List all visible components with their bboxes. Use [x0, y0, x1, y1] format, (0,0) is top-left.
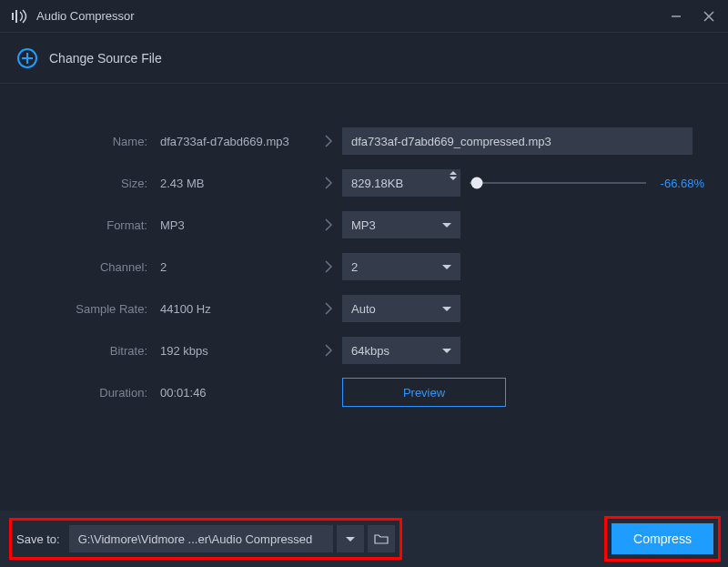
size-slider-thumb[interactable]: [470, 177, 482, 189]
output-name-input[interactable]: [342, 127, 693, 155]
svg-rect-1: [15, 10, 17, 23]
label-size: Size:: [24, 177, 160, 190]
chevron-down-icon: [442, 349, 451, 353]
row-channel: Channel: 2 2: [24, 246, 704, 288]
row-name: Name: dfa733af-d7abd669.mp3: [24, 120, 704, 162]
compression-form: Name: dfa733af-d7abd669.mp3 Size: 2.43 M…: [0, 84, 728, 431]
arrow-icon: [315, 344, 342, 357]
folder-icon: [374, 532, 389, 545]
format-selected: MP3: [351, 218, 376, 232]
row-bitrate: Bitrate: 192 kbps 64kbps: [24, 329, 704, 371]
svg-rect-0: [12, 13, 14, 20]
original-channel: 2: [160, 260, 315, 274]
label-sample-rate: Sample Rate:: [24, 302, 160, 316]
arrow-icon: [315, 302, 342, 315]
row-format: Format: MP3 MP3: [24, 204, 704, 246]
channel-selected: 2: [351, 260, 358, 274]
row-duration: Duration: 00:01:46 Preview: [24, 371, 704, 413]
arrow-icon: [315, 260, 342, 273]
close-button[interactable]: [701, 8, 717, 25]
label-name: Name:: [24, 135, 160, 148]
preview-label: Preview: [403, 386, 445, 400]
sample-rate-selected: Auto: [351, 302, 376, 316]
label-channel: Channel:: [24, 260, 160, 274]
row-sample-rate: Sample Rate: 44100 Hz Auto: [24, 288, 704, 329]
size-decrease-icon[interactable]: [450, 177, 457, 180]
chevron-down-icon: [442, 265, 451, 269]
chevron-down-icon: [346, 537, 355, 542]
original-name: dfa733af-d7abd669.mp3: [160, 135, 315, 148]
browse-folder-button[interactable]: [368, 525, 395, 552]
arrow-icon: [315, 135, 342, 147]
target-size-input[interactable]: [342, 169, 460, 197]
window-controls: [668, 8, 717, 25]
compress-button[interactable]: Compress: [612, 523, 713, 554]
channel-select[interactable]: 2: [342, 253, 460, 280]
footer: Save to: G:\Vidmore\Vidmore ...er\Audio …: [0, 511, 728, 567]
size-increase-icon[interactable]: [450, 171, 457, 175]
label-bitrate: Bitrate:: [24, 344, 160, 358]
app-icon: [11, 9, 29, 24]
label-duration: Duration:: [24, 386, 160, 400]
window-title: Audio Compressor: [36, 9, 668, 23]
chevron-down-icon: [442, 307, 451, 311]
arrow-icon: [315, 218, 342, 231]
size-reduction-percent: -66.68%: [653, 177, 704, 190]
row-size: Size: 2.43 MB -66.68%: [24, 162, 704, 204]
sample-rate-select[interactable]: Auto: [342, 295, 460, 322]
label-format: Format:: [24, 218, 160, 232]
original-duration: 00:01:46: [160, 386, 315, 400]
source-file-bar: Change Source File: [0, 33, 728, 84]
original-sample-rate: 44100 Hz: [160, 302, 315, 316]
titlebar: Audio Compressor: [0, 0, 728, 33]
save-path-display[interactable]: G:\Vidmore\Vidmore ...er\Audio Compresse…: [69, 525, 333, 552]
original-format: MP3: [160, 218, 315, 232]
original-bitrate: 192 kbps: [160, 344, 315, 358]
size-slider[interactable]: [470, 182, 646, 184]
bitrate-selected: 64kbps: [351, 344, 389, 358]
add-source-icon[interactable]: [16, 47, 38, 69]
format-select[interactable]: MP3: [342, 211, 460, 238]
target-size-spinner[interactable]: [342, 169, 460, 197]
preview-button[interactable]: Preview: [342, 378, 506, 407]
original-size: 2.43 MB: [160, 177, 315, 190]
change-source-button[interactable]: Change Source File: [49, 51, 162, 66]
save-path-dropdown[interactable]: [337, 525, 364, 552]
chevron-down-icon: [442, 223, 451, 228]
bitrate-select[interactable]: 64kbps: [342, 337, 460, 364]
arrow-icon: [315, 177, 342, 189]
save-to-group: Save to: G:\Vidmore\Vidmore ...er\Audio …: [15, 523, 397, 554]
save-to-label: Save to:: [16, 532, 60, 546]
minimize-button[interactable]: [668, 8, 684, 25]
compress-label: Compress: [633, 532, 692, 546]
